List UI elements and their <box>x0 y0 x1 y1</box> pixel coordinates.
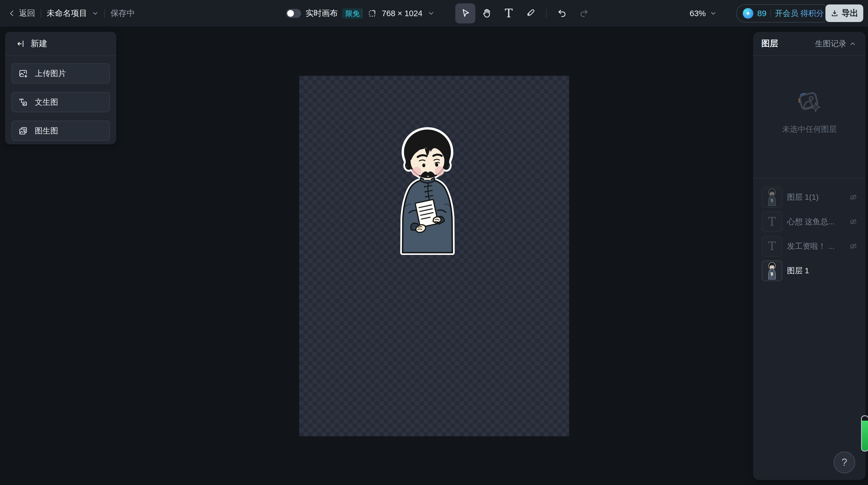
scrollbar-fill <box>862 421 868 451</box>
toggle-visibility-button[interactable] <box>849 218 858 226</box>
help-label: ? <box>842 457 847 468</box>
create-panel: 新建 上传图片 文生图 <box>5 32 116 144</box>
redo-button[interactable] <box>574 3 594 23</box>
export-button[interactable]: 导出 <box>826 4 863 22</box>
realtime-canvas-label: 实时画布 <box>306 8 338 19</box>
undo-button[interactable] <box>552 3 572 23</box>
chevron-left-icon <box>8 10 16 17</box>
text-to-image-icon <box>18 97 28 107</box>
chevron-down-icon <box>92 10 99 17</box>
realtime-canvas-group: 实时画布 限免 <box>286 0 363 27</box>
layer-thumbnail-image <box>762 187 782 207</box>
chevron-up-icon <box>849 40 856 47</box>
text-to-image-button[interactable]: 文生图 <box>11 92 110 112</box>
artboard-canvas[interactable] <box>299 76 569 436</box>
upload-image-icon <box>18 68 28 79</box>
create-panel-title: 新建 <box>31 38 47 49</box>
toggle-visibility-button[interactable] <box>849 242 858 251</box>
toggle-knob <box>287 10 294 17</box>
layer-row-2[interactable]: T 心想 这鱼总... <box>762 212 858 231</box>
generation-history-label: 生图记录 <box>815 38 846 49</box>
select-tool-button[interactable] <box>455 3 475 23</box>
layers-title: 图层 <box>762 38 778 49</box>
download-icon <box>831 9 839 18</box>
layer-name: 图层 1 <box>787 265 809 276</box>
layer-thumbnail-image <box>762 260 782 281</box>
text-tool-icon: T <box>505 7 513 19</box>
hand-icon <box>482 8 492 19</box>
chevron-down-icon <box>710 10 717 17</box>
layers-panel: 图层 生图记录 未选中任何图层 图层 1(1) <box>753 32 866 480</box>
brush-tool-button[interactable] <box>520 3 540 23</box>
undo-icon <box>557 8 567 19</box>
top-toolbar: 返回 未命名项目 保存中 实时画布 限免 768 × 1024 <box>0 0 868 27</box>
brush-icon <box>525 8 536 19</box>
canvas-size-group: 768 × 1024 <box>361 0 435 27</box>
credits-icon <box>743 8 753 19</box>
image-to-image-label: 图生图 <box>35 126 58 136</box>
green-scrollbar-thumb[interactable] <box>861 416 868 452</box>
layer-thumbnail-text: T <box>762 236 782 257</box>
eye-off-icon <box>849 218 858 226</box>
canvas-size-value: 768 × 1024 <box>382 9 423 18</box>
zoom-level: 63% <box>690 9 706 18</box>
no-selection-zone: 未选中任何图层 <box>753 56 866 178</box>
hand-tool-button[interactable] <box>477 3 497 23</box>
membership-label: 开会员 得积分 <box>775 8 824 19</box>
redo-icon <box>579 8 589 19</box>
help-button[interactable]: ? <box>834 452 855 473</box>
layer-row-1[interactable]: 图层 1(1) <box>762 188 858 207</box>
divider <box>770 10 771 17</box>
resize-canvas-icon <box>367 9 377 18</box>
canvas-size-selector[interactable]: 768 × 1024 <box>367 9 435 18</box>
upload-image-button[interactable]: 上传图片 <box>11 63 110 84</box>
divider <box>361 9 362 18</box>
image-sparkle-icon <box>796 89 824 117</box>
credits-membership-pill[interactable]: 89 开会员 得积分 <box>736 0 831 27</box>
upload-image-label: 上传图片 <box>35 68 66 79</box>
collapse-panel-button[interactable] <box>16 39 26 49</box>
layer-list: 图层 1(1) T 心想 这鱼总... T 发工 <box>753 178 866 281</box>
back-button[interactable]: 返回 <box>8 8 35 19</box>
text-layer-icon: T <box>768 216 776 228</box>
layer-row-4[interactable]: 图层 1 <box>762 261 858 281</box>
tools-group: T <box>455 0 594 27</box>
back-label: 返回 <box>19 8 35 19</box>
eye-off-icon <box>849 193 858 201</box>
credits-count: 89 <box>757 9 767 18</box>
eye-off-icon <box>849 242 858 251</box>
toggle-visibility-button[interactable] <box>849 193 858 201</box>
divider <box>104 9 105 18</box>
export-label: 导出 <box>842 7 858 19</box>
project-name-menu[interactable]: 未命名项目 <box>47 8 99 19</box>
arrow-left-to-bar-icon <box>16 39 26 49</box>
realtime-canvas-toggle[interactable] <box>286 9 301 18</box>
layer-name: 图层 1(1) <box>787 192 819 202</box>
project-name: 未命名项目 <box>47 8 87 19</box>
cartoon-man-sticker[interactable] <box>391 126 464 255</box>
cursor-icon <box>460 8 471 19</box>
layer-row-3[interactable]: T 发工资啦！ ... <box>762 236 858 256</box>
generation-history-toggle[interactable]: 生图记录 <box>815 38 856 49</box>
image-to-image-icon <box>18 126 28 136</box>
image-to-image-button[interactable]: 图生图 <box>11 121 110 141</box>
limited-free-badge: 限免 <box>342 8 363 19</box>
layer-name: 心想 这鱼总... <box>787 217 835 227</box>
text-layer-icon: T <box>768 240 776 252</box>
zoom-control[interactable]: 63% <box>690 0 717 27</box>
chevron-down-icon <box>428 10 435 17</box>
topbar-left-group: 返回 未命名项目 保存中 <box>8 0 135 27</box>
text-to-image-label: 文生图 <box>35 97 58 108</box>
layer-thumbnail-text: T <box>762 211 782 232</box>
divider <box>546 9 547 18</box>
no-selection-text: 未选中任何图层 <box>782 124 837 135</box>
text-tool-button[interactable]: T <box>499 3 519 23</box>
divider <box>41 9 41 18</box>
save-status: 保存中 <box>111 8 135 19</box>
layer-name: 发工资啦！ ... <box>787 241 835 252</box>
